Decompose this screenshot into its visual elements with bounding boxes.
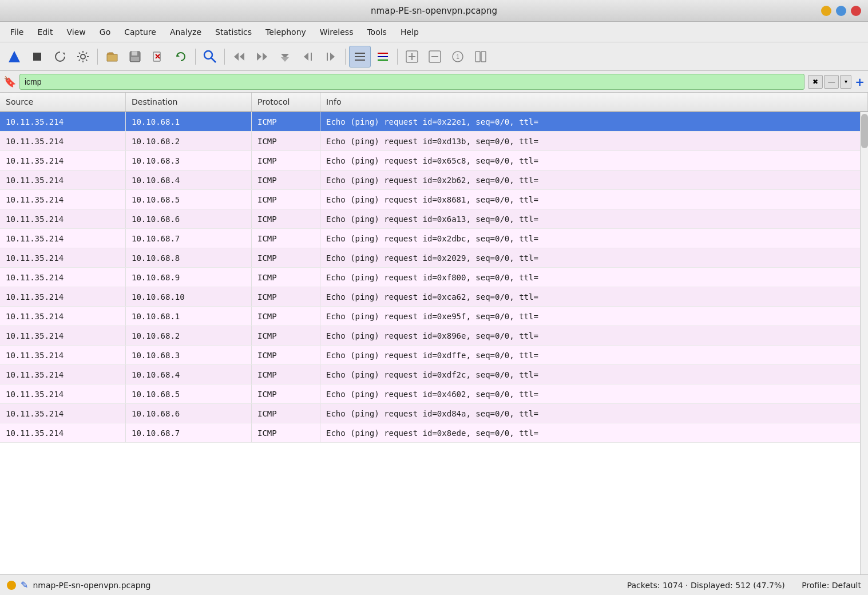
find-button[interactable] (199, 46, 221, 68)
filter-add-button[interactable]: + (855, 75, 865, 89)
separator-5 (397, 49, 398, 65)
table-row[interactable]: 10.11.35.214 10.10.68.5 ICMP Echo (ping)… (0, 384, 868, 404)
menu-wireless[interactable]: Wireless (314, 25, 359, 39)
cell-destination: 10.10.68.7 (126, 229, 252, 248)
menu-telephony[interactable]: Telephony (260, 25, 312, 39)
menu-statistics[interactable]: Statistics (209, 25, 257, 39)
goto-packet-button[interactable] (274, 46, 296, 68)
svg-rect-28 (378, 56, 388, 57)
cell-info: Echo (ping) request id=0xdf2c, seq=0/0, … (320, 365, 868, 384)
svg-rect-7 (131, 57, 139, 61)
menu-file[interactable]: File (5, 25, 29, 39)
cell-destination: 10.10.68.10 (126, 287, 252, 306)
table-row[interactable]: 10.11.35.214 10.10.68.4 ICMP Echo (ping)… (0, 365, 868, 384)
go-back-button[interactable] (228, 46, 250, 68)
go-forward-button[interactable] (251, 46, 273, 68)
menu-view[interactable]: View (61, 25, 92, 39)
zoom-out-button[interactable] (424, 46, 446, 68)
svg-point-3 (81, 54, 85, 59)
cell-destination: 10.10.68.9 (126, 268, 252, 287)
cell-source: 10.11.35.214 (0, 307, 126, 326)
table-row[interactable]: 10.11.35.214 10.10.68.6 ICMP Echo (ping)… (0, 404, 868, 423)
filter-input[interactable] (19, 74, 804, 90)
colorize-button[interactable] (372, 46, 394, 68)
scrollbar-track[interactable] (860, 112, 868, 574)
save-file-button[interactable] (124, 46, 146, 68)
cell-destination: 10.10.68.4 (126, 170, 252, 189)
cell-destination: 10.10.68.3 (126, 151, 252, 170)
close-button[interactable] (851, 6, 861, 16)
table-row[interactable]: 10.11.35.214 10.10.68.7 ICMP Echo (ping)… (0, 423, 868, 443)
svg-rect-26 (355, 60, 365, 61)
first-packet-button[interactable] (297, 46, 319, 68)
capture-options-button[interactable] (72, 46, 94, 68)
table-row[interactable]: 10.11.35.214 10.10.68.4 ICMP Echo (ping)… (0, 170, 868, 190)
menu-tools[interactable]: Tools (361, 25, 393, 39)
zoom-reset-button[interactable]: 1 (447, 46, 469, 68)
svg-rect-37 (475, 51, 480, 62)
table-row[interactable]: 10.11.35.214 10.10.68.7 ICMP Echo (ping)… (0, 229, 868, 248)
shark-fin-button[interactable] (3, 46, 25, 68)
svg-rect-1 (33, 53, 41, 61)
menu-help[interactable]: Help (395, 25, 425, 39)
cell-source: 10.11.35.214 (0, 404, 126, 423)
reload-button[interactable] (170, 46, 192, 68)
resize-columns-button[interactable] (470, 46, 492, 68)
svg-rect-21 (311, 53, 312, 61)
menu-go[interactable]: Go (94, 25, 116, 39)
cell-info: Echo (ping) request id=0x2029, seq=0/0, … (320, 248, 868, 267)
table-row[interactable]: 10.11.35.214 10.10.68.3 ICMP Echo (ping)… (0, 151, 868, 170)
filter-bookmark-button[interactable]: 🔖 (3, 76, 16, 88)
find-icon (203, 49, 217, 64)
table-row[interactable]: 10.11.35.214 10.10.68.2 ICMP Echo (ping)… (0, 132, 868, 151)
status-stats: Packets: 1074 · Displayed: 512 (47.7%) (627, 581, 785, 590)
svg-rect-38 (481, 51, 486, 62)
zoom-in-icon (406, 50, 418, 63)
open-file-button[interactable] (101, 46, 123, 68)
cell-source: 10.11.35.214 (0, 151, 126, 170)
stop-capture-button[interactable] (26, 46, 48, 68)
save-icon (129, 50, 141, 63)
cell-destination: 10.10.68.6 (126, 404, 252, 423)
capture-status-icon[interactable]: ✎ (21, 580, 28, 590)
cell-source: 10.11.35.214 (0, 170, 126, 189)
cell-info: Echo (ping) request id=0x2dbc, seq=0/0, … (320, 229, 868, 248)
minimize-button[interactable] (821, 6, 831, 16)
window-title: nmap-PE-sn-openvpn.pcapng (371, 6, 497, 16)
titlebar: nmap-PE-sn-openvpn.pcapng (0, 0, 868, 22)
cell-destination: 10.10.68.1 (126, 307, 252, 326)
cell-info: Echo (ping) request id=0xe95f, seq=0/0, … (320, 307, 868, 326)
cell-protocol: ICMP (252, 229, 320, 248)
cell-info: Echo (ping) request id=0xd13b, seq=0/0, … (320, 132, 868, 150)
table-row[interactable]: 10.11.35.214 10.10.68.1 ICMP Echo (ping)… (0, 307, 868, 326)
menubar: File Edit View Go Capture Analyze Statis… (0, 22, 868, 42)
zoom-in-button[interactable] (401, 46, 423, 68)
autoscroll-button[interactable] (349, 46, 371, 68)
filter-minus-button[interactable]: — (824, 75, 839, 89)
restart-button[interactable] (49, 46, 71, 68)
cell-protocol: ICMP (252, 307, 320, 326)
close-file-button[interactable] (147, 46, 169, 68)
table-row[interactable]: 10.11.35.214 10.10.68.2 ICMP Echo (ping)… (0, 326, 868, 346)
table-row[interactable]: 10.11.35.214 10.10.68.3 ICMP Echo (ping)… (0, 346, 868, 365)
table-row[interactable]: 10.11.35.214 10.10.68.10 ICMP Echo (ping… (0, 287, 868, 307)
filter-clear-button[interactable]: ✖ (808, 75, 823, 89)
menu-capture[interactable]: Capture (118, 25, 162, 39)
svg-rect-24 (355, 53, 365, 54)
scrollbar-thumb[interactable] (861, 114, 868, 148)
cell-protocol: ICMP (252, 404, 320, 423)
filter-dropdown-button[interactable]: ▾ (840, 75, 851, 89)
table-row[interactable]: 10.11.35.214 10.10.68.1 ICMP Echo (ping)… (0, 112, 868, 132)
menu-edit[interactable]: Edit (31, 25, 58, 39)
go-back-icon (233, 50, 245, 63)
last-packet-button[interactable] (320, 46, 342, 68)
packet-table-body[interactable]: 10.11.35.214 10.10.68.1 ICMP Echo (ping)… (0, 112, 868, 574)
maximize-button[interactable] (836, 6, 846, 16)
table-row[interactable]: 10.11.35.214 10.10.68.9 ICMP Echo (ping)… (0, 268, 868, 287)
menu-analyze[interactable]: Analyze (164, 25, 207, 39)
svg-line-13 (211, 58, 216, 62)
table-row[interactable]: 10.11.35.214 10.10.68.8 ICMP Echo (ping)… (0, 248, 868, 268)
table-row[interactable]: 10.11.35.214 10.10.68.6 ICMP Echo (ping)… (0, 209, 868, 229)
table-row[interactable]: 10.11.35.214 10.10.68.5 ICMP Echo (ping)… (0, 190, 868, 209)
cell-protocol: ICMP (252, 268, 320, 287)
